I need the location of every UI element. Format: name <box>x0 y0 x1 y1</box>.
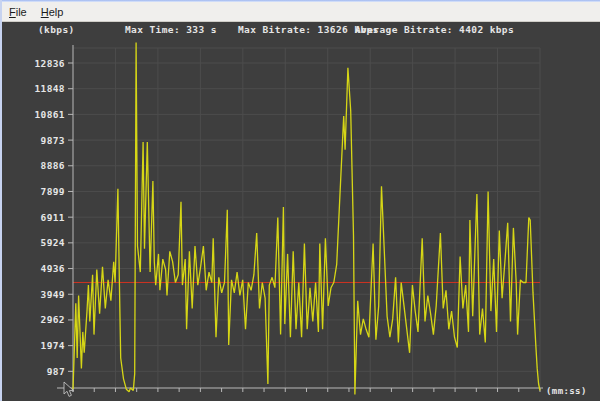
y-axis-tick-label: 8886 <box>41 160 65 171</box>
y-axis-tick-label: 12836 <box>34 58 65 69</box>
y-axis-tick-label: 2962 <box>41 314 65 325</box>
menu-bar: File Help <box>2 2 600 22</box>
mouse-cursor-icon <box>60 381 76 399</box>
y-axis-tick-label: 1974 <box>41 340 65 351</box>
y-axis-tick-label: 10861 <box>34 109 65 120</box>
y-axis-tick-label: 987 <box>47 366 65 377</box>
y-axis-tick-label: 3949 <box>41 289 65 300</box>
bitrate-line-series <box>73 42 540 394</box>
average-bitrate-stat: Average Bitrate: 4402 kbps <box>355 24 514 35</box>
y-axis-tick-label: 6911 <box>41 212 65 223</box>
menu-item-help[interactable]: Help <box>41 3 64 21</box>
y-axis-tick-label: 7899 <box>41 186 65 197</box>
y-axis-tick-label: 4936 <box>41 263 65 274</box>
chart-canvas[interactable]: 9871974296239494936592469117899888698731… <box>0 0 600 401</box>
y-axis-tick-label: 5924 <box>41 237 65 248</box>
menu-item-file[interactable]: File <box>9 3 27 21</box>
window-left-border <box>0 0 2 401</box>
y-axis-tick-label: 9873 <box>41 135 65 146</box>
y-axis-tick-label: 11848 <box>34 83 65 94</box>
max-time-stat: Max Time: 333 s <box>125 24 217 35</box>
window-top-border <box>0 0 600 2</box>
x-axis-unit-label: (mm:ss) <box>546 386 587 396</box>
y-axis-unit-label: (kbps) <box>38 24 75 35</box>
